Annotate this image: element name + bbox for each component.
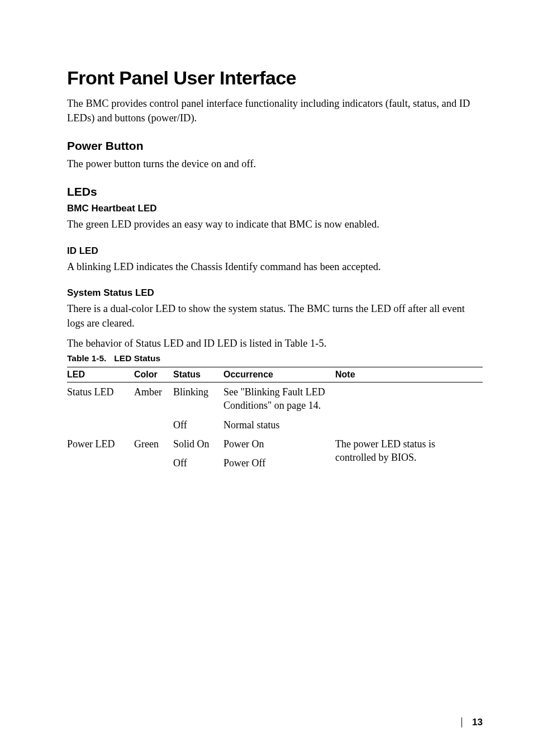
table-header-row: LED Color Status Occurrence Note [67,367,483,382]
td-color: Amber [134,382,173,415]
td-occurrence: Normal status [223,415,335,434]
page-number: 13 [472,717,483,728]
th-occurrence: Occurrence [223,367,335,382]
text-power-button: The power button turns the device on and… [67,157,483,172]
td-occurrence: See "Blinking Fault LED Conditions" on p… [223,382,335,415]
page-footer: 13 [461,717,483,728]
td-color [134,415,173,434]
td-note: The power LED status is controlled by BI… [335,434,483,473]
td-note [335,415,483,434]
td-status: Solid On [173,434,223,453]
heading-system-status-led: System Status LED [67,287,483,299]
text-system-status-1: There is a dual-color LED to show the sy… [67,302,483,331]
th-led: LED [67,367,134,382]
table-caption-number: Table 1-5. [67,353,106,363]
td-note [335,382,483,415]
table-caption-title: LED Status [114,353,160,363]
td-led: Status LED [67,382,134,415]
heading-power-button: Power Button [67,139,483,153]
text-id-led: A blinking LED indicates the Chassis Ide… [67,260,483,275]
table-caption: Table 1-5.LED Status [67,353,483,363]
th-note: Note [335,367,483,382]
heading-bmc-heartbeat: BMC Heartbeat LED [67,203,483,214]
footer-divider [461,717,462,727]
table-row: Off Normal status [67,415,483,434]
td-led: Power LED [67,434,134,453]
table-row: Power LED Green Solid On Power On The po… [67,434,483,453]
td-status: Blinking [173,382,223,415]
td-led [67,415,134,434]
td-led [67,453,134,472]
th-status: Status [173,367,223,382]
table-row: Status LED Amber Blinking See "Blinking … [67,382,483,415]
td-color [134,453,173,472]
td-status: Off [173,415,223,434]
th-color: Color [134,367,173,382]
intro-paragraph: The BMC provides control panel interface… [67,97,483,126]
td-occurrence: Power On [223,434,335,453]
td-occurrence: Power Off [223,453,335,472]
led-status-table: LED Color Status Occurrence Note Status … [67,367,483,472]
td-color: Green [134,434,173,453]
text-system-status-2: The behavior of Status LED and ID LED is… [67,337,483,351]
page-title: Front Panel User Interface [67,67,483,89]
heading-id-led: ID LED [67,245,483,257]
text-bmc-heartbeat: The green LED provides an easy way to in… [67,218,483,232]
heading-leds: LEDs [67,185,483,199]
td-status: Off [173,453,223,472]
